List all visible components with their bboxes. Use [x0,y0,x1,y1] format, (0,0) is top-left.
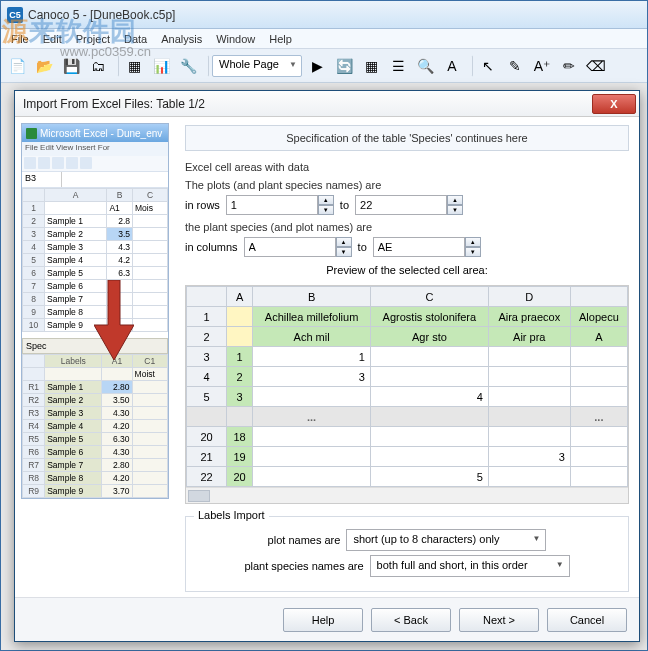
rows-label: The plots (and plant species names) are [185,179,629,191]
zoom-select[interactable]: Whole Page [212,55,302,77]
excel-thumbnail: Microsoft Excel - Dune_env File Edit Vie… [21,123,169,499]
preview-label: Preview of the selected cell area: [185,261,629,279]
tool-text-icon[interactable]: A [440,54,464,78]
excel-grid-top: ABC 1A1Mois 2Sample 12.8 3Sample 23.5 4S… [22,188,168,332]
tool-wand-icon[interactable]: ✎ [503,54,527,78]
menu-window[interactable]: Window [210,31,261,47]
spin-up-icon[interactable]: ▲ [318,195,334,205]
in-rows-label: in rows [185,199,220,211]
tool-props-icon[interactable]: 🔧 [176,54,200,78]
titlebar: C5 Canoco 5 - [DuneBook.c5p] [1,1,647,29]
tool-refresh-icon[interactable]: 🔄 [332,54,356,78]
cell-areas-label: Excel cell areas with data [185,161,629,173]
excel-title: Microsoft Excel - Dune_env [22,124,168,142]
spin-up-icon[interactable]: ▲ [465,237,481,247]
labels-import-legend: Labels Import [194,509,269,521]
tool-folder-icon[interactable]: 🗂 [86,54,110,78]
window-title: Canoco 5 - [DuneBook.c5p] [28,8,175,22]
plot-names-combo[interactable]: short (up to 8 characters) only [346,529,546,551]
toolbar: 📄 📂 💾 🗂 ▦ 📊 🔧 Whole Page ▶ 🔄 ▦ ☰ 🔍 A ↖ ✎… [1,49,647,83]
preview-table: ABCD 1Achillea millefoliumAgrostis stolo… [186,286,628,487]
spin-down-icon[interactable]: ▼ [336,247,352,257]
species-names-label: plant species names are [244,560,363,572]
tool-grid-icon[interactable]: ▦ [359,54,383,78]
tool-pointer-icon[interactable]: ↖ [476,54,500,78]
excel-toolbar [22,156,168,172]
preview-table-wrap: ABCD 1Achillea millefoliumAgrostis stolo… [185,285,629,504]
from-row-input[interactable] [226,195,318,215]
menu-analysis[interactable]: Analysis [155,31,208,47]
tool-aplus-icon[interactable]: A⁺ [530,54,554,78]
close-button[interactable]: X [592,94,636,114]
dialog-titlebar: Import From Excel Files: Table 1/2 X [15,91,639,117]
import-dialog: Import From Excel Files: Table 1/2 X Mic… [14,90,640,642]
tool-open-icon[interactable]: 📂 [32,54,56,78]
toolbar-separator [203,55,209,77]
menubar: File Edit Project Data Analysis Window H… [1,29,647,49]
menu-project[interactable]: Project [70,31,116,47]
to-col-input[interactable] [373,237,465,257]
back-button[interactable]: < Back [371,608,451,632]
cancel-button[interactable]: Cancel [547,608,627,632]
to-label: to [358,241,367,253]
from-col-input[interactable] [244,237,336,257]
excel-cellref: B3 [22,172,168,188]
tool-pen-icon[interactable]: ✏ [557,54,581,78]
excel-preview-pane: Microsoft Excel - Dune_env File Edit Vie… [15,117,175,597]
spin-down-icon[interactable]: ▼ [447,205,463,215]
tool-erase-icon[interactable]: ⌫ [584,54,608,78]
h-scrollbar[interactable] [186,487,628,503]
labels-import-group: Labels Import plot names are short (up t… [185,516,629,592]
app-icon: C5 [7,7,23,23]
tool-run-icon[interactable]: ▶ [305,54,329,78]
tool-zoomin-icon[interactable]: 🔍 [413,54,437,78]
spin-down-icon[interactable]: ▼ [465,247,481,257]
to-label: to [340,199,349,211]
tool-chart-icon[interactable]: 📊 [149,54,173,78]
spin-up-icon[interactable]: ▲ [336,237,352,247]
menu-help[interactable]: Help [263,31,298,47]
next-button[interactable]: Next > [459,608,539,632]
spin-up-icon[interactable]: ▲ [447,195,463,205]
to-row-input[interactable] [355,195,447,215]
toolbar-separator [467,55,473,77]
spin-down-icon[interactable]: ▼ [318,205,334,215]
spec-tab: Spec [22,338,168,354]
dialog-footer: Help < Back Next > Cancel [15,597,639,641]
plot-names-label: plot names are [268,534,341,546]
species-names-combo[interactable]: both full and short, in this order [370,555,570,577]
tool-new-icon[interactable]: 📄 [5,54,29,78]
spec-header: Specification of the table 'Species' con… [185,125,629,151]
dialog-main-pane: Specification of the table 'Species' con… [175,117,639,597]
excel-menu: File Edit View Insert For [22,142,168,156]
cols-label: the plant species (and plot names) are [185,221,629,233]
menu-file[interactable]: File [5,31,35,47]
toolbar-separator [113,55,119,77]
help-button[interactable]: Help [283,608,363,632]
excel-grid-bottom: LabelsA1C1 Moist R1Sample 12.80 R2Sample… [22,354,168,498]
tool-save-icon[interactable]: 💾 [59,54,83,78]
tool-table-icon[interactable]: ▦ [122,54,146,78]
dialog-title: Import From Excel Files: Table 1/2 [23,97,205,111]
menu-data[interactable]: Data [118,31,153,47]
in-cols-label: in columns [185,241,238,253]
menu-edit[interactable]: Edit [37,31,68,47]
tool-layers-icon[interactable]: ☰ [386,54,410,78]
